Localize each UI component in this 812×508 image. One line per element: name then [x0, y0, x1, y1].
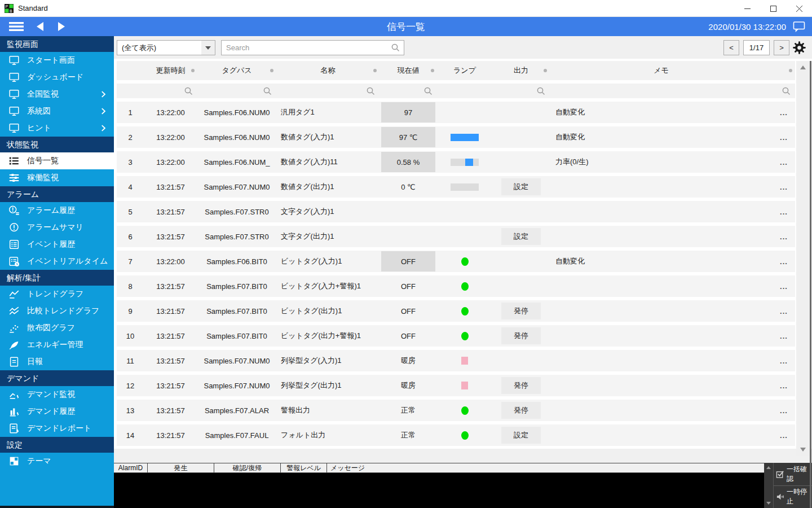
row-more-button[interactable]: ... [773, 133, 795, 142]
sidebar-item-signal-list[interactable]: 信号一覧 [0, 152, 114, 169]
dropdown-caret-button[interactable] [201, 41, 215, 55]
sidebar-item-alarm-summary[interactable]: アラームサマリ [0, 219, 114, 236]
row-more-button[interactable]: ... [773, 257, 795, 266]
scroll-down-icon[interactable] [766, 502, 771, 505]
cell-tagpath: Samples.F06.BIT0 [197, 257, 276, 266]
sidebar-item-operation-monitoring[interactable]: 稼働監視 [0, 169, 114, 186]
row-more-button[interactable]: ... [773, 282, 795, 291]
alarm-scrollbar[interactable] [764, 463, 774, 508]
output-set-button[interactable]: 設定 [501, 427, 541, 444]
row-more-button[interactable]: ... [773, 108, 795, 117]
row-number: 10 [117, 332, 144, 340]
column-header-tagpath[interactable]: タグパス [197, 65, 276, 76]
window-title: Standard [18, 4, 48, 12]
pause-sound-button[interactable]: 一時停止 [774, 485, 812, 508]
sidebar-item-daily-report[interactable]: 日報 [0, 353, 114, 370]
maximize-button[interactable] [760, 0, 786, 17]
message-bubble-icon[interactable] [793, 21, 805, 32]
row-more-button[interactable]: ... [773, 382, 795, 390]
table-row[interactable]: 8 13:21:57 Samples.F07.BIT0 ビットタグ(入力+警報)… [117, 275, 795, 297]
table-row[interactable]: 14 13:21:57 Samples.F07.FAUL フォルト出力 正常 設… [117, 424, 795, 446]
row-more-button[interactable]: ... [773, 233, 795, 241]
row-more-button[interactable]: ... [773, 158, 795, 167]
nav-back-button[interactable] [36, 22, 44, 31]
sidebar-item-demand-history[interactable]: デマンド履歴 [0, 403, 114, 420]
table-row[interactable]: 2 13:22:00 Samples.F06.NUM0 数値タグ(入力)1 97… [117, 126, 795, 148]
column-header-value[interactable]: 現在値 [379, 65, 437, 76]
chevron-right-icon [98, 106, 108, 116]
sidebar-item-system-diagram[interactable]: 系統図 [0, 103, 114, 120]
table-row[interactable]: 13 13:21:57 Samples.F07.ALAR 警報出力 正常 発停 … [117, 400, 795, 421]
sidebar-item-demand-report[interactable]: デマンドレポート [0, 420, 114, 437]
nav-forward-button[interactable] [58, 22, 65, 31]
output-start-stop-button[interactable]: 発停 [501, 377, 541, 394]
output-set-button[interactable]: 設定 [501, 228, 541, 245]
table-row[interactable]: 9 13:21:57 Samples.F07.BIT0 ビットタグ(出力)1 O… [117, 300, 795, 322]
scrollbar-thumb[interactable] [810, 61, 811, 508]
column-header-output[interactable]: 出力 [492, 65, 550, 76]
column-header-lamp[interactable]: ランプ [437, 65, 492, 76]
sidebar-item-alarm-history[interactable]: アラーム履歴 [0, 202, 114, 219]
sidebar-item-demand-monitoring[interactable]: デマンド監視 [0, 386, 114, 403]
column-header-memo[interactable]: メモ [550, 65, 773, 76]
page-indicator[interactable]: 1/17 [743, 40, 770, 55]
row-more-button[interactable]: ... [773, 183, 795, 191]
sidebar-item-hint[interactable]: ヒント [0, 120, 114, 137]
scroll-up-icon[interactable] [766, 466, 771, 469]
sidebar-item-start-screen[interactable]: スタート画面 [0, 52, 114, 69]
close-button[interactable] [786, 0, 812, 17]
sidebar-item-compare-trend-graph[interactable]: 比較トレンドグラフ [0, 303, 114, 319]
sidebar-item-dashboard[interactable]: ダッシュボード [0, 69, 114, 86]
column-header-time[interactable]: 更新時刻 [144, 65, 197, 76]
filter-input-tagpath[interactable] [197, 86, 276, 96]
output-start-stop-button[interactable]: 発停 [501, 402, 541, 419]
table-row[interactable]: 3 13:22:00 Samples.F06.NUM_ 数値タグ(入力)11 0… [117, 151, 795, 173]
sidebar-item-national-monitoring[interactable]: 全国監視 [0, 86, 114, 103]
cell-tagpath: Samples.F06.NUM0 [197, 108, 276, 117]
sidebar-item-theme[interactable]: テーマ [0, 453, 114, 470]
scroll-down-icon[interactable] [800, 448, 806, 452]
filter-input-memo[interactable] [773, 86, 795, 96]
table-scrollbar[interactable] [796, 61, 810, 456]
table-row[interactable]: 5 13:21:57 Samples.F07.STR0 文字タグ(入力)1 ..… [117, 201, 795, 222]
scroll-up-icon[interactable] [800, 65, 806, 69]
table-row[interactable]: 7 13:22:00 Samples.F06.BIT0 ビットタグ(入力)1 O… [117, 251, 795, 272]
row-number: 14 [117, 431, 144, 440]
sidebar-item-energy-management[interactable]: エネルギー管理 [0, 336, 114, 353]
filter-input-value[interactable] [379, 86, 437, 96]
sidebar-item-event-realtime[interactable]: イベントリアルタイム [0, 253, 114, 270]
filter-input-output[interactable] [492, 86, 550, 96]
filter-dropdown[interactable]: (全て表示) [117, 40, 215, 55]
row-more-button[interactable]: ... [773, 431, 795, 440]
table-row[interactable]: 10 13:21:57 Samples.F07.BIT0 ビットタグ(出力+警報… [117, 325, 795, 347]
row-more-button[interactable]: ... [773, 208, 795, 216]
sidebar-item-event-history[interactable]: イベント履歴 [0, 236, 114, 253]
filter-input-time[interactable] [144, 86, 197, 96]
page-next-button[interactable]: > [774, 40, 789, 55]
table-row[interactable]: 6 13:21:57 Samples.F07.STR0 文字タグ(出力)1 設定… [117, 226, 795, 247]
table-row[interactable]: 11 13:21:57 Samples.F07.NUM0 列挙型タグ(入力)1 … [117, 350, 795, 371]
row-more-button[interactable]: ... [773, 357, 795, 365]
sidebar-item-trend-graph[interactable]: トレンドグラフ [0, 286, 114, 303]
output-set-button[interactable]: 設定 [501, 178, 541, 195]
sidebar-item-scatter-graph[interactable]: 散布図グラフ [0, 319, 114, 336]
minimize-button[interactable] [734, 0, 760, 17]
batch-confirm-button[interactable]: 一括確認 [774, 463, 812, 485]
table-row[interactable]: 12 13:21:57 Samples.F07.NUM0 列挙型タグ(出力)1 … [117, 375, 795, 396]
row-more-button[interactable]: ... [773, 307, 795, 316]
filter-input-name[interactable] [276, 86, 379, 96]
page-prev-button[interactable]: < [723, 40, 739, 55]
settings-gear-button[interactable] [791, 39, 807, 56]
table-row[interactable]: 1 13:22:00 Samples.F06.NUM0 汎用タグ1 97 自動変… [117, 102, 795, 123]
caret-down-icon [205, 46, 211, 50]
hamburger-menu-button[interactable] [9, 21, 24, 32]
output-start-stop-button[interactable]: 発停 [501, 303, 541, 319]
alarm-column-message: メッセージ [327, 463, 764, 472]
column-header-name[interactable]: 名称 [276, 65, 379, 76]
table-row[interactable]: 4 13:21:57 Samples.F07.NUM0 数値タグ(出力)1 0 … [117, 176, 795, 198]
output-start-stop-button[interactable]: 発停 [501, 327, 541, 344]
row-more-button[interactable]: ... [773, 332, 795, 340]
search-input[interactable] [222, 41, 391, 55]
search-icon [391, 43, 400, 52]
row-more-button[interactable]: ... [773, 406, 795, 415]
